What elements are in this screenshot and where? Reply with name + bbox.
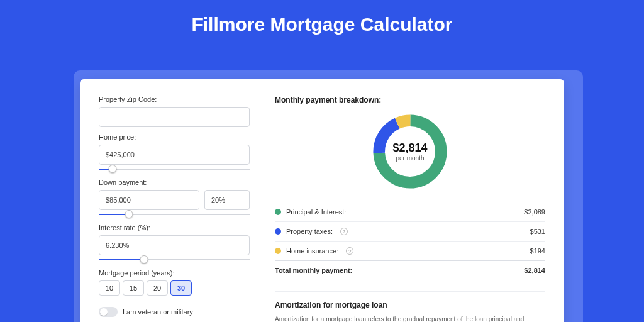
legend-dot-icon — [275, 228, 281, 235]
zip-label: Property Zip Code: — [99, 96, 250, 103]
donut-sub: per month — [396, 155, 424, 162]
amortization-text: Amortization for a mortgage loan refers … — [275, 314, 545, 322]
period-label: Mortgage period (years): — [99, 269, 250, 277]
interest-rate-slider[interactable] — [99, 257, 250, 263]
calculator-card: Property Zip Code: Home price: Down paym… — [80, 79, 564, 322]
legend-value: $531 — [530, 228, 545, 235]
legend-value: $194 — [530, 247, 545, 255]
home-price-slider[interactable] — [99, 166, 250, 172]
period-button-20[interactable]: 20 — [147, 280, 168, 296]
period-button-15[interactable]: 15 — [123, 280, 144, 296]
legend-row: Property taxes:?$531 — [275, 222, 545, 242]
total-row: Total monthly payment: $2,814 — [275, 260, 545, 280]
help-icon[interactable]: ? — [346, 247, 353, 255]
amortization-title: Amortization for mortgage loan — [275, 301, 545, 309]
total-label: Total monthly payment: — [275, 267, 352, 274]
legend-label: Home insurance: — [286, 247, 338, 255]
legend-value: $2,089 — [524, 208, 545, 216]
legend-dot-icon — [275, 209, 281, 215]
summary-panel: Monthly payment breakdown: $2,814 per mo… — [275, 96, 545, 322]
veteran-label: I am veteran or military — [123, 308, 193, 316]
legend-row: Home insurance:?$194 — [275, 242, 545, 261]
period-button-10[interactable]: 10 — [99, 280, 120, 296]
legend-dot-icon — [275, 248, 281, 254]
toggle-knob — [100, 308, 108, 316]
donut-amount: $2,814 — [392, 142, 427, 155]
down-payment-label: Down payment: — [99, 179, 250, 186]
period-button-30[interactable]: 30 — [170, 280, 192, 296]
legend-row: Principal & Interest:$2,089 — [275, 203, 545, 222]
home-price-input[interactable] — [99, 145, 250, 165]
legend-label: Principal & Interest: — [286, 208, 346, 216]
home-price-label: Home price: — [99, 133, 250, 141]
interest-rate-label: Interest rate (%): — [99, 224, 250, 231]
breakdown-donut: $2,814 per month — [369, 111, 451, 192]
breakdown-title: Monthly payment breakdown: — [275, 96, 545, 104]
interest-rate-input[interactable] — [99, 235, 250, 255]
zip-input[interactable] — [99, 107, 250, 127]
legend-label: Property taxes: — [286, 228, 333, 235]
down-payment-percent-input[interactable] — [204, 190, 250, 210]
total-value: $2,814 — [524, 267, 545, 274]
veteran-toggle[interactable] — [99, 307, 118, 317]
down-payment-slider[interactable] — [99, 211, 250, 218]
down-payment-amount-input[interactable] — [99, 190, 199, 210]
page-title: Fillmore Mortgage Calculator — [0, 0, 644, 47]
form-panel: Property Zip Code: Home price: Down paym… — [99, 96, 250, 322]
help-icon[interactable]: ? — [340, 228, 348, 235]
